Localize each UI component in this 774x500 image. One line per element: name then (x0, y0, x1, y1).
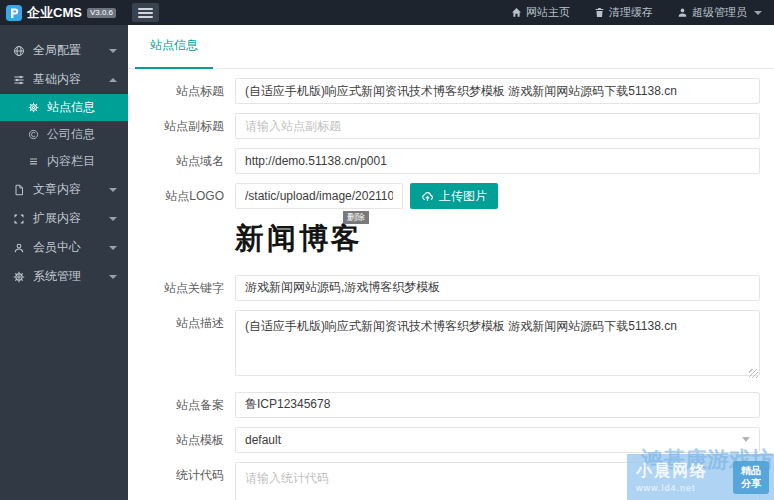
brand-name: 企业CMS (27, 4, 82, 22)
file-icon (13, 184, 25, 196)
form-row-site-keywords: 站点关键字 (128, 275, 760, 301)
site-info-form: 站点标题 站点副标题 站点域名 站点LOGO 上传图片 删除 新闻博客 (128, 69, 774, 500)
site-domain-label: 站点域名 (128, 148, 235, 174)
chevron-down-icon (109, 49, 117, 53)
form-row-site-title: 站点标题 (128, 78, 760, 104)
sidebar-item-extended-content[interactable]: 扩展内容 (0, 204, 128, 233)
site-domain-input[interactable] (235, 148, 760, 174)
sidebar-item-content-columns[interactable]: 内容栏目 (0, 148, 128, 175)
sidebar-item-basic-content[interactable]: 基础内容 (0, 65, 128, 94)
stats-code-label: 统计代码 (128, 462, 235, 488)
list-icon (28, 156, 39, 167)
brand-area[interactable]: 企业CMS V3.0.6 (0, 4, 128, 22)
sidebar-toggle-button[interactable] (132, 3, 159, 22)
nav-site-home[interactable]: 网站主页 (499, 0, 582, 25)
chevron-down-icon (754, 11, 762, 15)
nav-clear-cache[interactable]: 清理缓存 (582, 0, 665, 25)
sidebar-item-company-info[interactable]: 公司信息 (0, 121, 128, 148)
site-icp-input[interactable] (235, 392, 760, 418)
site-description-textarea[interactable]: (自适应手机版)响应式新闻资讯技术博客织梦模板 游戏新闻网站源码下载51138.… (235, 310, 760, 376)
top-header-bar: 企业CMS V3.0.6 网站主页 清理缓存 超级管理员 (0, 0, 774, 25)
form-row-site-template: 站点模板 default (128, 427, 760, 453)
sidebar-item-article-content[interactable]: 文章内容 (0, 175, 128, 204)
site-template-select[interactable]: default (235, 427, 760, 453)
site-logo-path-input[interactable] (235, 183, 403, 209)
tab-site-info[interactable]: 站点信息 (135, 37, 213, 69)
globe-icon (13, 45, 25, 57)
chevron-down-icon (109, 275, 117, 279)
gear-icon (28, 102, 39, 113)
form-row-site-icp: 站点备案 (128, 392, 760, 418)
hamburger-icon (138, 8, 153, 10)
chevron-down-icon (742, 437, 750, 442)
tab-bar: 站点信息 (128, 25, 774, 69)
site-keywords-label: 站点关键字 (128, 275, 235, 301)
sidebar-submenu-basic-content: 站点信息 公司信息 内容栏目 (0, 94, 128, 175)
form-row-site-subtitle: 站点副标题 (128, 113, 760, 139)
chevron-down-icon (109, 246, 117, 250)
upload-image-button[interactable]: 上传图片 (410, 183, 498, 209)
sliders-icon (13, 74, 25, 86)
site-subtitle-label: 站点副标题 (128, 113, 235, 139)
sidebar-item-global-config[interactable]: 全局配置 (0, 36, 128, 65)
nav-admin-menu[interactable]: 超级管理员 (665, 0, 774, 25)
site-logo-label: 站点LOGO (128, 183, 235, 209)
site-description-label: 站点描述 (128, 310, 235, 336)
member-icon (13, 242, 25, 254)
site-title-label: 站点标题 (128, 78, 235, 104)
trash-icon (594, 7, 605, 18)
chevron-down-icon (109, 217, 117, 221)
version-badge: V3.0.6 (87, 8, 116, 18)
delete-logo-button[interactable]: 删除 (343, 211, 369, 224)
site-keywords-input[interactable] (235, 275, 760, 301)
expand-icon (13, 213, 25, 225)
copyright-icon (28, 129, 39, 140)
cloud-upload-icon (421, 190, 434, 203)
logo-preview-image: 新闻博客 (235, 223, 363, 255)
sidebar-item-system-management[interactable]: 系统管理 (0, 262, 128, 291)
site-icp-label: 站点备案 (128, 392, 235, 418)
brand-logo-icon (6, 5, 22, 21)
user-icon (677, 7, 688, 18)
gear-icon (13, 271, 25, 283)
sidebar-item-site-info[interactable]: 站点信息 (0, 94, 128, 121)
logo-preview-area: 删除 新闻博客 (235, 211, 760, 255)
form-row-site-domain: 站点域名 (128, 148, 760, 174)
top-nav: 网站主页 清理缓存 超级管理员 (499, 0, 774, 25)
main-content: 站点信息 站点标题 站点副标题 站点域名 站点LOGO 上传图片 (128, 25, 774, 500)
chevron-down-icon (109, 188, 117, 192)
stats-code-textarea[interactable] (235, 462, 760, 500)
sidebar: 全局配置 基础内容 站点信息 公司信息 内容栏目 文章内容 扩展内容 会员中心 (0, 25, 128, 500)
site-template-selected-value: default (245, 433, 281, 447)
sidebar-item-member-center[interactable]: 会员中心 (0, 233, 128, 262)
form-row-stats-code: 统计代码 (128, 462, 760, 500)
home-icon (511, 7, 522, 18)
site-template-label: 站点模板 (128, 427, 235, 453)
site-title-input[interactable] (235, 78, 760, 104)
site-subtitle-input[interactable] (235, 113, 760, 139)
form-row-site-description: 站点描述 (自适应手机版)响应式新闻资讯技术博客织梦模板 游戏新闻网站源码下载5… (128, 310, 760, 380)
form-row-site-logo: 站点LOGO 上传图片 (128, 183, 760, 209)
chevron-up-icon (109, 78, 117, 82)
